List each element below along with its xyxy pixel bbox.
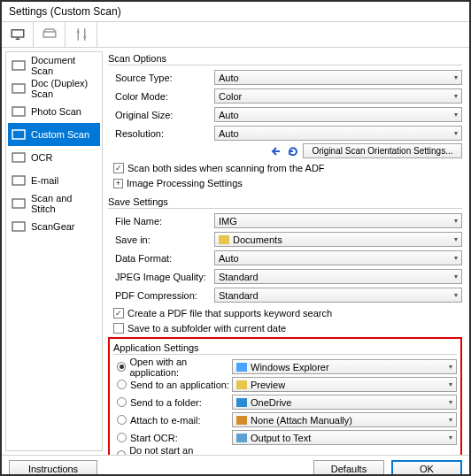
footer: Instructions Defaults OK [2,455,469,476]
pdf-keyword-checkbox[interactable]: ✓ [113,308,124,319]
no-app-radio[interactable] [117,450,126,455]
svg-point-3 [83,36,86,39]
app-radio-1[interactable] [117,380,127,389]
source-type-label: Source Type: [108,73,214,83]
window-title: Settings (Custom Scan) [2,2,469,21]
save-in-label: Save in: [108,234,214,245]
refresh-icon[interactable] [287,146,299,157]
svg-rect-8 [12,153,25,162]
app-radio-4[interactable] [117,433,127,442]
save-in-combo[interactable]: Documents▾ [214,232,462,247]
jpeg-quality-combo[interactable]: Standard▾ [214,269,462,284]
app-radio-label: Send to a folder: [130,397,202,408]
sidebar-item-label: ScanGear [31,221,75,232]
app-radio-2[interactable] [117,397,127,407]
app-radio-label: Attach to e-mail: [130,415,200,426]
photo-icon [12,105,26,118]
sidebar-item-label: Photo Scan [31,106,81,117]
chevron-down-icon: ▾ [454,73,458,81]
svg-rect-7 [12,130,25,139]
svg-rect-1 [43,32,56,37]
monitor-icon [10,27,26,42]
svg-rect-9 [12,176,25,185]
app-combo-0[interactable]: Windows Explorer▾ [232,359,457,374]
tab-scan-from-computer[interactable] [2,22,34,47]
save-settings-heading: Save Settings [108,196,462,207]
app-radio-3[interactable] [117,415,127,425]
sidebar-item-scangear[interactable]: ScanGear [8,215,100,238]
sidebar-item-label: E-mail [31,175,58,186]
sidebar-item-label: OCR [31,152,52,163]
sidebar-item-custom-scan[interactable]: Custom Scan [8,123,100,146]
orientation-settings-button[interactable]: Original Scan Orientation Settings... [303,143,462,158]
scan-both-label: Scan both sides when scanning from the A… [127,163,325,173]
gear-icon [12,220,26,233]
pdf-keyword-label: Create a PDF file that supports keyword … [127,308,332,319]
dup-icon [12,82,26,95]
sidebar-item-label: Document Scan [31,55,97,76]
content-pane: Scan Options Source Type:Auto▾ Color Mod… [103,48,469,455]
app-combo-4[interactable]: Output to Text▾ [232,430,457,445]
tools-icon [73,27,89,42]
svg-point-2 [76,31,79,34]
app-radio-label: Open with an application: [129,357,232,378]
file-name-label: File Name: [108,216,214,226]
original-size-combo[interactable]: Auto▾ [214,107,462,122]
sidebar-item-photo-scan[interactable]: Photo Scan [8,100,100,123]
scanner-icon [42,27,58,42]
sidebar-item-scan-and-stitch[interactable]: Scan and Stitch [8,192,100,215]
tab-general-settings[interactable] [66,22,97,47]
application-settings-highlight: Application Settings Open with an applic… [108,337,462,455]
app-radio-0[interactable] [117,362,126,372]
toolbar [2,21,469,48]
app-radio-label: Start OCR: [130,433,178,443]
image-processing-label: Image Processing Settings [127,178,243,188]
file-name-combo[interactable]: IMG▾ [214,213,462,228]
resolution-label: Resolution: [108,128,214,139]
pdf-compression-label: PDF Compression: [108,290,214,301]
data-format-combo[interactable]: Auto▾ [214,250,462,265]
sidebar-item-doc-duplex-scan[interactable]: Doc (Duplex) Scan [8,77,100,100]
no-app-label: Do not start an application [129,445,232,456]
svg-rect-11 [12,222,25,231]
custom-icon [12,128,26,141]
resolution-combo[interactable]: Auto▾ [214,126,462,141]
tab-scan-from-panel[interactable] [34,22,66,47]
sidebar-item-document-scan[interactable]: Document Scan [8,54,100,77]
data-format-label: Data Format: [108,253,214,264]
original-size-label: Original Size: [108,110,214,120]
sidebar: Document ScanDoc (Duplex) ScanPhoto Scan… [5,51,103,451]
sidebar-item-e-mail[interactable]: E-mail [8,169,100,192]
scan-options-heading: Scan Options [108,53,462,64]
source-type-combo[interactable]: Auto▾ [214,70,462,85]
svg-rect-10 [12,199,25,208]
app-settings-heading: Application Settings [113,342,457,353]
app-combo-1[interactable]: Preview▾ [232,377,457,392]
mail-icon [12,174,26,187]
svg-rect-4 [12,61,25,70]
doc-icon [12,59,26,72]
color-mode-combo[interactable]: Color▾ [214,88,462,104]
defaults-button[interactable]: Defaults [313,460,384,477]
svg-rect-6 [12,107,25,116]
back-icon[interactable] [271,146,283,157]
sidebar-item-label: Custom Scan [31,129,89,140]
subfolder-checkbox[interactable] [113,323,124,334]
sidebar-item-label: Doc (Duplex) Scan [31,78,97,99]
ocr-icon [12,151,26,164]
sidebar-item-ocr[interactable]: OCR [8,146,100,169]
svg-rect-0 [12,30,24,37]
stitch-icon [12,197,26,210]
app-radio-label: Send to an application: [130,380,229,390]
subfolder-label: Save to a subfolder with current date [127,323,286,334]
scan-both-checkbox[interactable]: ✓ [113,163,124,173]
pdf-compression-combo[interactable]: Standard▾ [214,288,462,303]
instructions-button[interactable]: Instructions [9,460,97,477]
color-mode-label: Color Mode: [108,91,214,102]
jpeg-quality-label: JPEG Image Quality: [108,272,214,282]
app-combo-3[interactable]: None (Attach Manually)▾ [232,412,457,427]
svg-rect-5 [12,84,25,93]
expand-image-processing[interactable]: + [113,179,123,188]
app-combo-2[interactable]: OneDrive▾ [232,395,457,410]
ok-button[interactable]: OK [391,460,462,477]
